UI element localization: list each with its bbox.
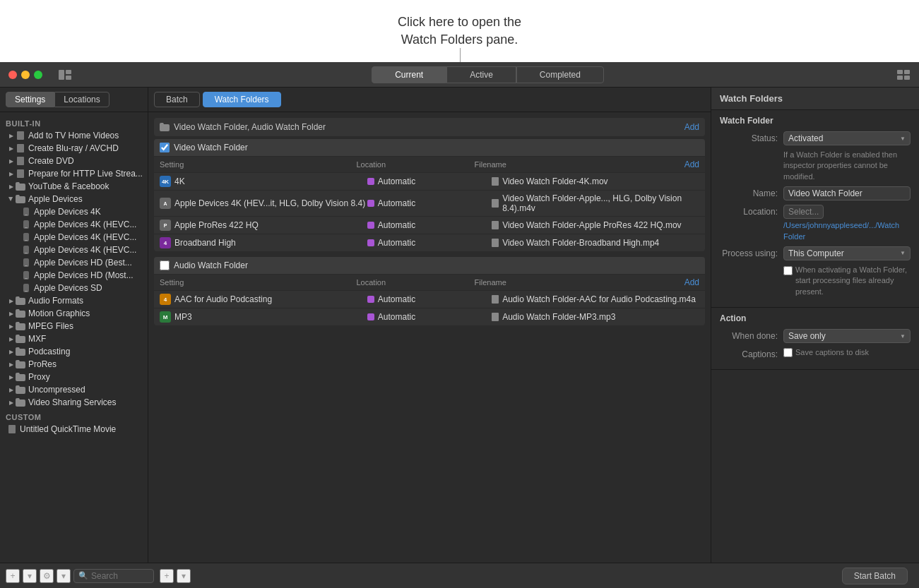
process-dropdown[interactable]: This Computer ▼	[783, 246, 911, 260]
sidebar-item-audio-formats[interactable]: ▶ Audio Formats	[1, 294, 146, 307]
tab-active[interactable]: Active	[446, 66, 516, 83]
name-label: Name:	[720, 186, 783, 198]
process-hint: When activating a Watch Folder, start pr…	[783, 265, 911, 297]
setting-name: 4K	[174, 176, 185, 186]
table-row[interactable]: 4K 4K Automatic Video Watch Folder-4K.mo…	[154, 173, 705, 191]
tab-current[interactable]: Current	[372, 66, 446, 83]
sidebar-item-label: Apple Devices 4K (HEVC...	[34, 245, 136, 255]
sidebar-item-label: ProRes	[28, 359, 57, 369]
arrow-icon: ▶	[7, 335, 16, 343]
process-hint-row: When activating a Watch Folder, start pr…	[720, 265, 911, 297]
location-select-button[interactable]: Select...	[783, 205, 824, 219]
sidebar-item-prores[interactable]: ▶ ProRes	[1, 358, 146, 371]
sidebar-item-label: Apple Devices 4K (HEVC...	[34, 232, 136, 242]
setting-cell: 4 Broadband High	[160, 237, 367, 248]
sidebar-item-apple-4k[interactable]: Apple Devices 4K	[1, 205, 146, 218]
sidebar-item-apple-sd[interactable]: Apple Devices SD	[1, 282, 146, 294]
sidebar-item-dvd[interactable]: ▶ Create DVD	[1, 155, 146, 167]
add-item-button[interactable]: +	[6, 569, 20, 583]
sidebar-item-uncompressed[interactable]: ▶ Uncompressed	[1, 383, 146, 396]
captions-checkbox[interactable]	[783, 348, 793, 357]
arrow-icon: ▶	[7, 169, 16, 178]
sidebar-item-mpeg[interactable]: ▶ MPEG Files	[1, 320, 146, 332]
empty-label	[720, 265, 783, 267]
sidebar-item-proxy[interactable]: ▶ Proxy	[1, 371, 146, 383]
bottom-bar: + ▾ ⚙ ▾ 🔍 + ▾ Start Batch	[0, 563, 919, 588]
gear-button[interactable]: ⚙	[40, 569, 54, 583]
file-icon	[492, 313, 499, 321]
sidebar-item-apple-hevc1[interactable]: Apple Devices 4K (HEVC...	[1, 218, 146, 231]
inspector-watch-folder-section: Watch Folder Status: Activated ▼ If a Wa…	[711, 110, 919, 308]
main-add-dropdown-button[interactable]: ▾	[177, 569, 191, 583]
maximize-button[interactable]	[34, 71, 42, 79]
name-input[interactable]	[783, 186, 911, 200]
table-row[interactable]: 4 Broadband High Automatic Video Watch F…	[154, 234, 705, 251]
dropdown-arrow-button[interactable]: ▾	[23, 569, 37, 583]
sidebar-item-add-tv[interactable]: ▶ Add to TV Home Videos	[1, 129, 146, 142]
subtab-watch-folders[interactable]: Watch Folders	[203, 92, 281, 107]
video-watch-folder-section: Video Watch Folder Setting Location File…	[154, 139, 705, 251]
start-batch-button[interactable]: Start Batch	[842, 568, 908, 584]
table-row[interactable]: A Apple Devices 4K (HEV...it, HLG, Dolby…	[154, 191, 705, 217]
when-done-dropdown[interactable]: Save only ▼	[783, 329, 911, 343]
arrow-icon: ▶	[7, 195, 16, 203]
setting-icon: 4	[160, 294, 171, 305]
location-value: Automatic	[378, 220, 415, 230]
search-input[interactable]	[91, 571, 149, 581]
phone-icon	[21, 258, 31, 268]
filename-cell: Video Watch Folder-Apple..., HLG, Dolby …	[492, 193, 699, 213]
sidebar-item-motion-graphics[interactable]: ▶ Motion Graphics	[1, 307, 146, 320]
sidebar-tab-settings[interactable]: Settings	[6, 92, 54, 107]
sidebar-item-label: Apple Devices 4K (HEVC...	[34, 220, 136, 229]
tooltip-line2: Watch Folders pane.	[401, 32, 518, 47]
sidebar-item-mxf[interactable]: ▶ MXF	[1, 332, 146, 345]
table-row[interactable]: P Apple ProRes 422 HQ Automatic Video Wa…	[154, 217, 705, 234]
sidebar-tab-locations[interactable]: Locations	[54, 92, 109, 107]
table-row[interactable]: M MP3 Automatic Audio Watch Folder-MP3.m…	[154, 308, 705, 325]
svg-rect-5	[897, 76, 903, 80]
setting-icon: 4	[160, 237, 171, 248]
col-header-setting: Setting	[160, 278, 356, 287]
sidebar-item-podcasting[interactable]: ▶ Podcasting	[1, 345, 146, 358]
gear-dropdown-button[interactable]: ▾	[57, 569, 71, 583]
sidebar-item-apple-devices[interactable]: ▶ Apple Devices	[1, 193, 146, 205]
sidebar-item-label: Create Blu-ray / AVCHD	[28, 143, 119, 153]
audio-wf-checkbox[interactable]	[160, 260, 170, 270]
location-value: Automatic	[378, 238, 415, 248]
sidebar-item-youtube[interactable]: ▶ YouTube & Facebook	[1, 180, 146, 193]
sidebar-item-http-live[interactable]: ▶ Prepare for HTTP Live Strea...	[1, 167, 146, 180]
sidebar-item-untitled-qt[interactable]: Untitled QuickTime Movie	[1, 423, 146, 436]
file-icon	[492, 295, 499, 304]
add-audio-setting-button[interactable]: Add	[684, 277, 699, 287]
sidebar-item-label: Proxy	[28, 372, 50, 382]
sidebar-item-label: Podcasting	[28, 347, 70, 356]
col-header-filename: Filename	[475, 278, 671, 287]
add-button-main[interactable]: Add	[684, 122, 699, 132]
file-icon	[492, 177, 499, 186]
sidebar-item-bluray[interactable]: ▶ Create Blu-ray / AVCHD	[1, 142, 146, 155]
minimize-button[interactable]	[21, 71, 30, 79]
svg-rect-12	[25, 215, 28, 215]
svg-rect-1	[66, 70, 71, 74]
main-add-button[interactable]: +	[160, 569, 174, 583]
sidebar-item-apple-hevc2[interactable]: Apple Devices 4K (HEVC...	[1, 231, 146, 244]
video-wf-checkbox[interactable]	[160, 143, 170, 152]
location-value: Select... /Users/johnnyappleseed/.../Wat…	[783, 205, 911, 242]
subtab-batch[interactable]: Batch	[154, 92, 200, 107]
process-hint-checkbox[interactable]	[783, 266, 793, 275]
sidebar-item-apple-hd-most[interactable]: Apple Devices HD (Most...	[1, 269, 146, 282]
file-icon	[16, 131, 25, 140]
when-done-dropdown-value: Save only	[788, 331, 826, 341]
close-button[interactable]	[8, 71, 17, 79]
add-setting-button[interactable]: Add	[684, 160, 699, 169]
sidebar-item-video-sharing[interactable]: ▶ Video Sharing Services	[1, 396, 146, 409]
sidebar-item-label: Motion Graphics	[28, 308, 90, 318]
table-row[interactable]: 4 AAC for Audio Podcasting Automatic Aud…	[154, 291, 705, 308]
folder-icon	[16, 385, 25, 395]
sidebar-item-apple-hd-best[interactable]: Apple Devices HD (Best...	[1, 256, 146, 269]
sidebar-item-apple-hevc3[interactable]: Apple Devices 4K (HEVC...	[1, 244, 146, 256]
tab-completed[interactable]: Completed	[516, 66, 604, 83]
watch-folder-list-label: Video Watch Folder, Audio Watch Folder	[174, 122, 684, 132]
title-bar: Current Active Completed	[0, 62, 919, 88]
status-dropdown[interactable]: Activated ▼	[783, 131, 911, 145]
